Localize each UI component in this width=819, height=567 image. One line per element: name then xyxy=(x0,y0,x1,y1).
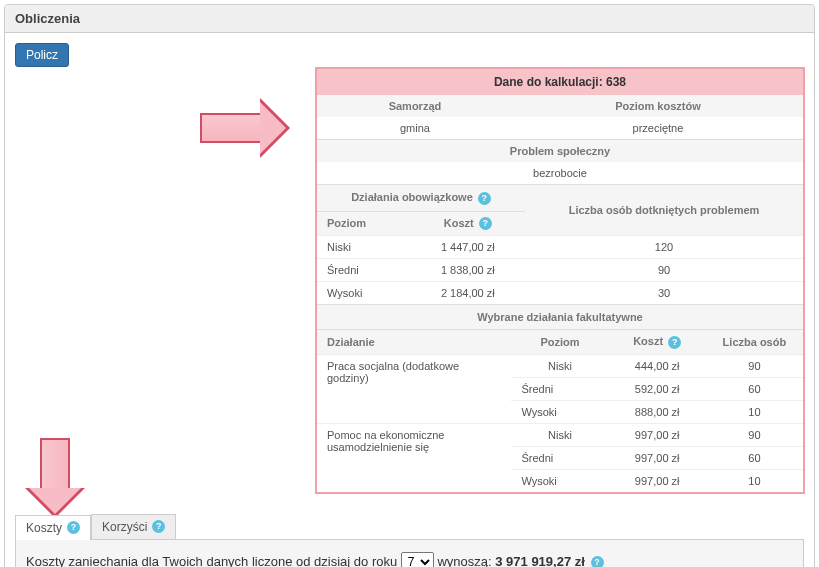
cell-liczba: 60 xyxy=(706,446,803,469)
result-sentence: Koszty zaniechania dla Twoich danych lic… xyxy=(26,552,793,567)
cell-poziom: Niski xyxy=(511,423,608,446)
arrow-right-annotation xyxy=(200,98,290,158)
cell-poziom: Średni xyxy=(317,259,411,282)
cell-koszt: 1 838,00 zł xyxy=(411,259,525,282)
cell-liczba: 10 xyxy=(706,400,803,423)
cell-liczba: 10 xyxy=(706,469,803,492)
cell-koszt: 444,00 zł xyxy=(609,354,706,377)
problem-label: Problem społeczny xyxy=(317,140,803,163)
help-icon[interactable]: ? xyxy=(67,521,80,534)
arrow-down-head-icon xyxy=(25,488,85,518)
cell-dzialanie: Praca socjalna (dodatkowe godziny) xyxy=(317,354,511,423)
optional-actions-table: Wybrane działania fakultatywne Działanie… xyxy=(317,304,803,492)
help-icon[interactable]: ? xyxy=(591,556,604,567)
mandatory-header-text: Działania obowiązkowe xyxy=(351,191,473,203)
col-poziom2: Poziom xyxy=(511,330,608,355)
tab-korzysci-label: Korzyści xyxy=(102,520,147,534)
table-row: Średni1 838,00 zł90 xyxy=(317,259,803,282)
calculate-button[interactable]: Policz xyxy=(15,43,69,67)
tab-korzysci[interactable]: Korzyści ? xyxy=(91,514,176,539)
tab-koszty[interactable]: Koszty ? xyxy=(15,515,91,540)
help-icon[interactable]: ? xyxy=(478,192,491,205)
cell-koszt: 1 447,00 zł xyxy=(411,236,525,259)
col-koszt: Koszt ? xyxy=(411,211,525,236)
col-koszt2-text: Koszt xyxy=(633,335,663,347)
col-poziom-kosztow: Poziom kosztów xyxy=(513,95,803,117)
col-poziom: Poziom xyxy=(317,211,411,236)
cell-poziom: Wysoki xyxy=(317,282,411,305)
summary-table: Samorząd Poziom kosztów gmina przeciętne… xyxy=(317,95,803,184)
tab-koszty-label: Koszty xyxy=(26,521,62,535)
cell-liczba: 120 xyxy=(525,236,803,259)
cell-poziom: Wysoki xyxy=(511,469,608,492)
calculations-panel: Obliczenia Policz Dane do kalkulacji: 63… xyxy=(4,4,815,567)
cell-koszt: 997,00 zł xyxy=(609,423,706,446)
mandatory-header: Działania obowiązkowe ? xyxy=(317,185,525,212)
data-box-id: 638 xyxy=(606,75,626,89)
cell-koszt: 2 184,00 zł xyxy=(411,282,525,305)
result-area: Koszty zaniechania dla Twoich danych lic… xyxy=(15,540,804,567)
arrow-right-shaft xyxy=(200,113,260,143)
table-row: Praca socjalna (dodatkowe godziny)Niski4… xyxy=(317,354,803,377)
cell-poziom: Niski xyxy=(511,354,608,377)
result-tabs: Koszty ? Korzyści ? xyxy=(15,514,804,540)
mandatory-actions-table: Działania obowiązkowe ? Liczba osób dotk… xyxy=(317,184,803,304)
cell-liczba: 90 xyxy=(706,423,803,446)
result-middle: wynoszą: xyxy=(437,554,495,567)
cell-liczba: 30 xyxy=(525,282,803,305)
panel-body: Policz Dane do kalkulacji: 638 Samorząd … xyxy=(5,33,814,567)
result-amount: 3 971 919,27 zł xyxy=(495,554,585,567)
cell-liczba: 90 xyxy=(706,354,803,377)
cell-poziom: Średni xyxy=(511,446,608,469)
data-box-title: Dane do kalkulacji: 638 xyxy=(317,69,803,95)
help-icon[interactable]: ? xyxy=(479,217,492,230)
optional-header: Wybrane działania fakultatywne xyxy=(317,305,803,330)
result-prefix: Koszty zaniechania dla Twoich danych lic… xyxy=(26,554,401,567)
cell-poziom: Średni xyxy=(511,377,608,400)
arrow-right-head-icon xyxy=(260,98,290,158)
data-box-title-prefix: Dane do kalkulacji: xyxy=(494,75,606,89)
cell-koszt: 888,00 zł xyxy=(609,400,706,423)
cell-koszt: 997,00 zł xyxy=(609,469,706,492)
col-liczba-long: Liczba osób dotkniętych problemem xyxy=(525,185,803,236)
cell-poziom: Niski xyxy=(317,236,411,259)
cell-liczba: 90 xyxy=(525,259,803,282)
table-row: Niski1 447,00 zł120 xyxy=(317,236,803,259)
col-koszt2: Koszt ? xyxy=(609,330,706,355)
val-poziom-kosztow: przeciętne xyxy=(513,117,803,140)
arrow-down-shaft xyxy=(40,438,70,488)
table-row: Wysoki2 184,00 zł30 xyxy=(317,282,803,305)
cell-dzialanie: Pomoc na ekonomiczne usamodzielnienie si… xyxy=(317,423,511,492)
col-liczba: Liczba osób xyxy=(706,330,803,355)
panel-title: Obliczenia xyxy=(5,5,814,33)
year-select[interactable]: 7 xyxy=(401,552,434,567)
cell-poziom: Wysoki xyxy=(511,400,608,423)
calculation-data-box: Dane do kalkulacji: 638 Samorząd Poziom … xyxy=(315,67,805,494)
cell-koszt: 592,00 zł xyxy=(609,377,706,400)
cell-liczba: 60 xyxy=(706,377,803,400)
val-samorzad: gmina xyxy=(317,117,513,140)
cell-koszt: 997,00 zł xyxy=(609,446,706,469)
col-samorzad: Samorząd xyxy=(317,95,513,117)
help-icon[interactable]: ? xyxy=(668,336,681,349)
problem-value: bezrobocie xyxy=(317,162,803,184)
table-row: Pomoc na ekonomiczne usamodzielnienie si… xyxy=(317,423,803,446)
col-dzialanie: Działanie xyxy=(317,330,511,355)
col-koszt-text: Koszt xyxy=(444,217,474,229)
help-icon[interactable]: ? xyxy=(152,520,165,533)
arrow-down-annotation xyxy=(25,438,85,518)
